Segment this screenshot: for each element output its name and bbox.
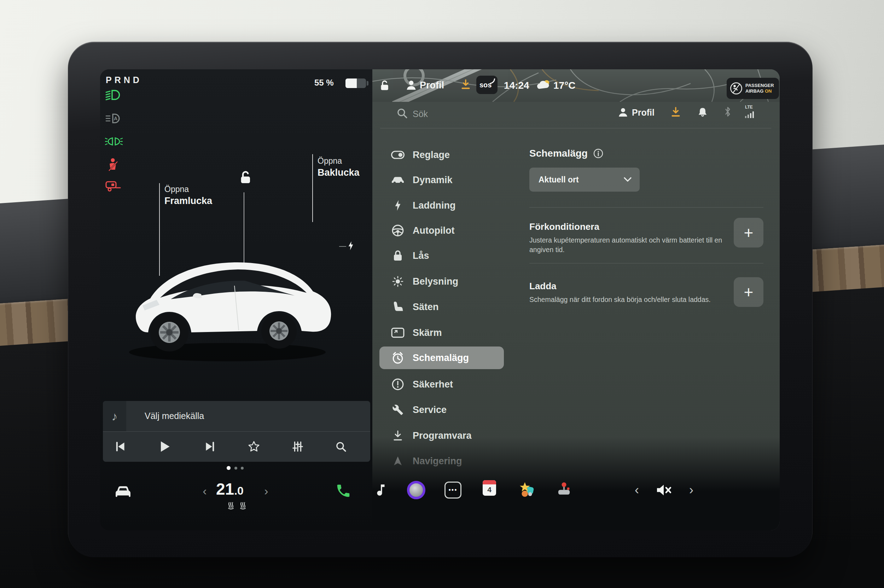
weather-icon[interactable] <box>536 79 551 90</box>
map-download-icon[interactable] <box>461 79 471 90</box>
software-download-icon[interactable] <box>671 107 681 117</box>
tesla-touchscreen: PRND 55 % A <box>100 69 780 530</box>
charge-port-icon[interactable] <box>348 240 354 251</box>
temp-increase-button[interactable]: › <box>260 482 273 500</box>
car-icon <box>391 176 405 184</box>
notifications-bell-icon[interactable] <box>698 107 708 117</box>
svg-text:A: A <box>114 116 117 121</box>
previous-track-button[interactable] <box>112 436 128 457</box>
media-search-button[interactable] <box>333 436 349 457</box>
unlock-icon[interactable] <box>237 170 251 184</box>
menu-label: Laddning <box>413 200 455 211</box>
sidebar-item-sakerhet[interactable]: Säkerhet <box>380 373 504 396</box>
sidebar-item-skarm[interactable]: Skärm <box>380 321 504 344</box>
add-precondition-button[interactable]: + <box>734 218 764 248</box>
dashcam-viewer-icon[interactable] <box>407 481 425 499</box>
airbag-subtitle: AIRBAG <box>745 88 764 94</box>
lock-icon <box>391 250 405 262</box>
seatbelt-warning-icon <box>106 158 120 172</box>
safety-alert-icon <box>391 378 405 391</box>
wrench-icon <box>391 404 405 416</box>
unlock-callout-line <box>244 192 244 263</box>
audio-settings-button[interactable] <box>290 436 306 457</box>
sidebar-item-laddning[interactable]: Laddning <box>380 194 504 217</box>
map-profile-label[interactable]: Profil <box>420 80 444 91</box>
sidebar-item-las[interactable]: Lås <box>380 244 504 267</box>
front-defrost-icon[interactable] <box>227 501 235 510</box>
battery-icon <box>345 78 366 88</box>
menu-label: Reglage <box>413 150 450 160</box>
sos-button[interactable]: sos <box>476 76 498 94</box>
media-divider <box>103 431 370 432</box>
seat-icon <box>391 301 405 313</box>
temperature-control[interactable]: 21.0 <box>216 480 244 498</box>
passenger-airbag-badge: PASSENGER AIRBAG ON <box>726 78 779 99</box>
sidebar-item-autopilot[interactable]: Autopilot <box>380 219 504 242</box>
calendar-app-icon[interactable]: 4 <box>483 480 496 496</box>
add-charge-schedule-button[interactable]: + <box>734 277 764 307</box>
menu-label: Belysning <box>413 276 458 287</box>
music-app-icon[interactable] <box>369 480 392 501</box>
settings-profile-icon[interactable] <box>618 107 628 117</box>
profile-person-icon[interactable] <box>405 79 417 90</box>
search-icon[interactable] <box>396 108 408 119</box>
battery-percent: 55 % <box>314 78 334 88</box>
vehicle-controls-button[interactable] <box>111 480 135 502</box>
network-type-label: LTE <box>745 105 755 110</box>
sidebar-item-dynamik[interactable]: Dynamik <box>380 169 504 191</box>
page-title: Schemalägg <box>529 148 588 159</box>
pager-dot-active[interactable] <box>227 466 231 470</box>
sidebar-item-reglage[interactable]: Reglage <box>380 144 504 166</box>
play-button[interactable] <box>157 436 173 457</box>
pager-dot[interactable] <box>234 467 237 470</box>
chevron-down-icon <box>623 177 632 183</box>
menu-label: Lås <box>413 250 429 261</box>
settings-profile-label[interactable]: Profil <box>632 108 654 118</box>
frunk-label-line1: Öppna <box>164 184 212 194</box>
outside-temperature: 17°C <box>553 80 576 91</box>
airbag-status: ON <box>765 88 772 94</box>
frunk-open-button[interactable]: Öppna Framlucka <box>164 184 212 207</box>
battery-nub <box>367 81 368 86</box>
trunk-open-button[interactable]: Öppna Baklucka <box>318 156 360 178</box>
bluetooth-icon[interactable] <box>724 106 732 117</box>
photo-background: PRND 55 % A <box>0 0 884 588</box>
media-source-button[interactable]: Välj mediekälla <box>103 401 370 431</box>
frunk-callout-line <box>159 183 160 276</box>
calendar-day: 4 <box>483 486 496 494</box>
trunk-callout-line <box>312 154 313 222</box>
scroll-left-button[interactable]: ‹ <box>630 480 644 500</box>
low-beam-icon <box>105 89 123 101</box>
app-drawer-button[interactable]: ••• <box>444 482 461 498</box>
sidebar-item-schemalagg[interactable]: Schemalägg <box>380 346 504 369</box>
vehicle-render <box>118 211 344 370</box>
rear-defrost-icon[interactable] <box>239 501 247 510</box>
steering-wheel-icon <box>391 224 405 237</box>
frunk-label-line2: Framlucka <box>164 195 212 207</box>
sidebar-item-belysning[interactable]: Belysning <box>380 270 504 293</box>
cellular-signal-icon: LTE <box>744 105 755 118</box>
phone-app-icon[interactable] <box>332 480 355 501</box>
charge-title: Ladda <box>529 281 557 292</box>
scroll-right-button[interactable]: › <box>684 480 698 500</box>
clock: 14:24 <box>504 80 529 91</box>
arcade-app-icon[interactable] <box>554 480 574 499</box>
sidebar-item-service[interactable]: Service <box>380 399 504 421</box>
section-divider <box>529 263 764 263</box>
favorite-star-button[interactable] <box>246 436 262 457</box>
mute-button[interactable] <box>652 481 675 499</box>
charge-description: Schemalägg när ditt fordon ska börja och… <box>529 295 759 304</box>
next-track-button[interactable] <box>202 436 218 457</box>
menu-label: Service <box>413 405 447 416</box>
location-dropdown-value: Aktuell ort <box>539 175 579 184</box>
location-dropdown[interactable]: Aktuell ort <box>529 168 640 192</box>
info-icon[interactable] <box>593 148 603 158</box>
sidebar-item-saten[interactable]: Säten <box>380 296 504 318</box>
theater-app-icon[interactable] <box>517 480 537 499</box>
pager-dot[interactable] <box>241 467 244 470</box>
map-unlock-icon[interactable] <box>378 80 389 91</box>
menu-label: Dynamik <box>413 175 453 186</box>
temp-decrease-button[interactable]: ‹ <box>198 482 211 500</box>
search-input[interactable]: Sök <box>413 109 428 119</box>
temperature-decimal: .0 <box>234 484 244 497</box>
